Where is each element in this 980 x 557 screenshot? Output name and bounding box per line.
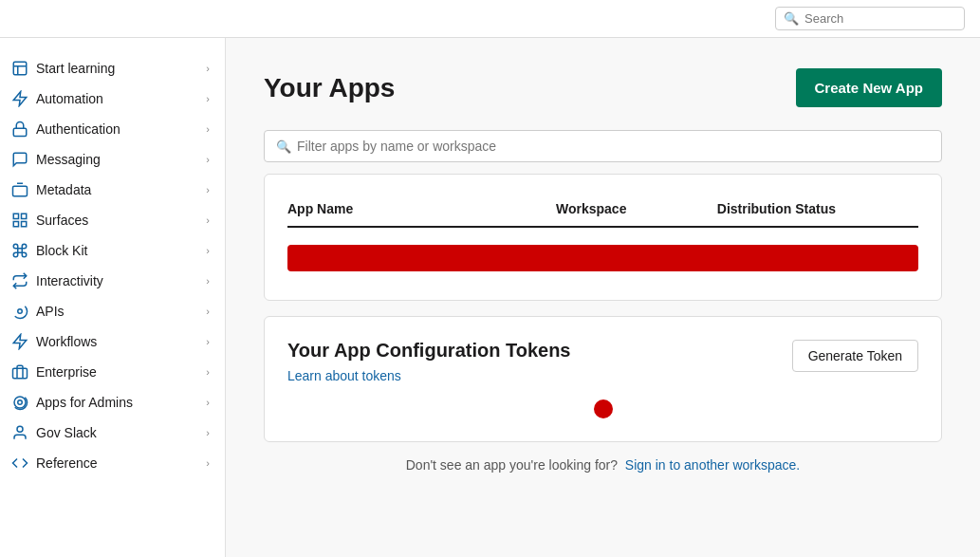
sidebar-item-left: Automation xyxy=(11,90,103,107)
sidebar-item-label: Gov Slack xyxy=(36,425,97,440)
apps-table-card: App Name Workspace Distribution Status xyxy=(264,174,942,301)
tokens-info: Your App Configuration Tokens Learn abou… xyxy=(287,340,571,384)
sidebar-item-authentication[interactable]: Authentication› xyxy=(0,114,225,144)
svg-rect-9 xyxy=(22,222,27,227)
create-new-app-button[interactable]: Create New App xyxy=(796,68,942,107)
reference-icon xyxy=(11,455,28,472)
sidebar-item-label: Apps for Admins xyxy=(36,395,133,410)
learn-about-tokens-link[interactable]: Learn about tokens xyxy=(287,368,401,383)
sidebar-item-left: Metadata xyxy=(11,181,91,198)
chevron-right-icon: › xyxy=(206,154,210,165)
chevron-right-icon: › xyxy=(206,184,210,195)
enterprise-icon xyxy=(11,363,28,381)
sidebar-item-label: Enterprise xyxy=(36,364,97,380)
sidebar-item-left: Enterprise xyxy=(11,363,97,381)
svg-rect-4 xyxy=(13,128,27,136)
svg-rect-5 xyxy=(13,186,28,196)
sidebar-item-reference[interactable]: Reference› xyxy=(0,448,225,478)
surfaces-icon xyxy=(11,212,28,229)
sidebar-item-left: Block Kit xyxy=(11,242,87,259)
interactivity-icon xyxy=(11,272,28,289)
svg-point-13 xyxy=(18,400,23,405)
filter-input[interactable] xyxy=(297,139,930,154)
token-dot xyxy=(594,399,613,418)
sidebar-item-label: APIs xyxy=(36,304,65,319)
sidebar-item-block-kit[interactable]: Block Kit› xyxy=(0,235,225,266)
workflows-icon xyxy=(11,333,28,350)
sign-in-link[interactable]: Sign in to another workspace. xyxy=(625,457,800,473)
table-header: App Name Workspace Distribution Status xyxy=(287,194,918,228)
chevron-right-icon: › xyxy=(206,63,210,74)
gov-slack-icon xyxy=(11,424,28,441)
sidebar-item-label: Workflows xyxy=(36,334,97,349)
search-box[interactable]: 🔍 xyxy=(775,7,965,30)
chevron-right-icon: › xyxy=(206,123,210,135)
messaging-icon xyxy=(11,151,28,168)
tokens-header: Your App Configuration Tokens Learn abou… xyxy=(287,340,918,384)
sidebar-item-label: Reference xyxy=(36,455,98,471)
svg-rect-12 xyxy=(13,368,28,379)
svg-point-14 xyxy=(14,397,26,408)
sidebar-item-left: Surfaces xyxy=(11,212,88,229)
search-icon: 🔍 xyxy=(784,11,799,26)
sidebar-item-metadata[interactable]: Metadata› xyxy=(0,175,225,205)
svg-rect-7 xyxy=(22,214,27,218)
chevron-right-icon: › xyxy=(206,214,210,226)
col-dist-status: Distribution Status xyxy=(717,201,918,216)
sidebar-item-workflows[interactable]: Workflows› xyxy=(0,326,225,357)
sidebar-item-start-learning[interactable]: Start learning› xyxy=(0,53,225,84)
sidebar-item-automation[interactable]: Automation› xyxy=(0,84,225,114)
col-workspace: Workspace xyxy=(556,201,717,216)
apps-for-admins-icon xyxy=(11,394,28,411)
sidebar-item-left: Workflows xyxy=(11,333,97,350)
svg-point-15 xyxy=(17,426,23,432)
filter-bar[interactable]: 🔍 xyxy=(264,130,942,162)
chevron-right-icon: › xyxy=(206,427,210,438)
filter-search-icon: 🔍 xyxy=(276,139,291,154)
sidebar-item-apis[interactable]: APIs› xyxy=(0,296,225,326)
chevron-right-icon: › xyxy=(206,306,210,317)
svg-marker-3 xyxy=(13,92,27,106)
sidebar-item-label: Interactivity xyxy=(36,273,103,288)
token-dot-container xyxy=(287,399,918,418)
layout: Start learning›Automation›Authentication… xyxy=(0,38,980,557)
chevron-right-icon: › xyxy=(206,366,210,378)
sidebar-item-interactivity[interactable]: Interactivity› xyxy=(0,266,225,296)
svg-marker-11 xyxy=(13,335,27,349)
table-row[interactable] xyxy=(287,235,918,281)
generate-token-button[interactable]: Generate Token xyxy=(792,340,918,372)
sidebar-item-label: Start learning xyxy=(36,61,115,76)
sidebar-item-left: Messaging xyxy=(11,151,101,168)
redacted-row xyxy=(287,245,918,271)
sidebar-item-label: Messaging xyxy=(36,152,101,167)
sidebar-item-label: Surfaces xyxy=(36,213,88,228)
svg-rect-0 xyxy=(13,62,27,75)
main-content: Your Apps Create New App 🔍 App Name Work… xyxy=(226,38,980,557)
sidebar-item-left: Start learning xyxy=(11,60,115,77)
search-input[interactable] xyxy=(804,11,956,26)
chevron-right-icon: › xyxy=(206,397,210,408)
block-kit-icon xyxy=(11,242,28,259)
sidebar-item-surfaces[interactable]: Surfaces› xyxy=(0,205,225,235)
sidebar-item-left: Interactivity xyxy=(11,272,103,289)
chevron-right-icon: › xyxy=(206,93,210,104)
page-header: Your Apps Create New App xyxy=(264,68,942,107)
sidebar-item-gov-slack[interactable]: Gov Slack› xyxy=(0,418,225,448)
sidebar-item-label: Automation xyxy=(36,91,103,106)
sidebar-item-apps-for-admins[interactable]: Apps for Admins› xyxy=(0,387,225,418)
authentication-icon xyxy=(11,121,28,138)
automation-icon xyxy=(11,90,28,107)
start-learning-icon xyxy=(11,60,28,77)
chevron-right-icon: › xyxy=(206,457,210,469)
sidebar: Start learning›Automation›Authentication… xyxy=(0,38,226,557)
svg-point-10 xyxy=(18,309,23,314)
col-app-name: App Name xyxy=(287,201,556,216)
apis-icon xyxy=(11,303,28,320)
chevron-right-icon: › xyxy=(206,336,210,347)
sidebar-item-enterprise[interactable]: Enterprise› xyxy=(0,357,225,387)
sidebar-item-left: Reference xyxy=(11,455,98,472)
page-title: Your Apps xyxy=(264,73,395,103)
chevron-right-icon: › xyxy=(206,245,210,256)
tokens-title: Your App Configuration Tokens xyxy=(287,340,571,362)
sidebar-item-messaging[interactable]: Messaging› xyxy=(0,144,225,175)
